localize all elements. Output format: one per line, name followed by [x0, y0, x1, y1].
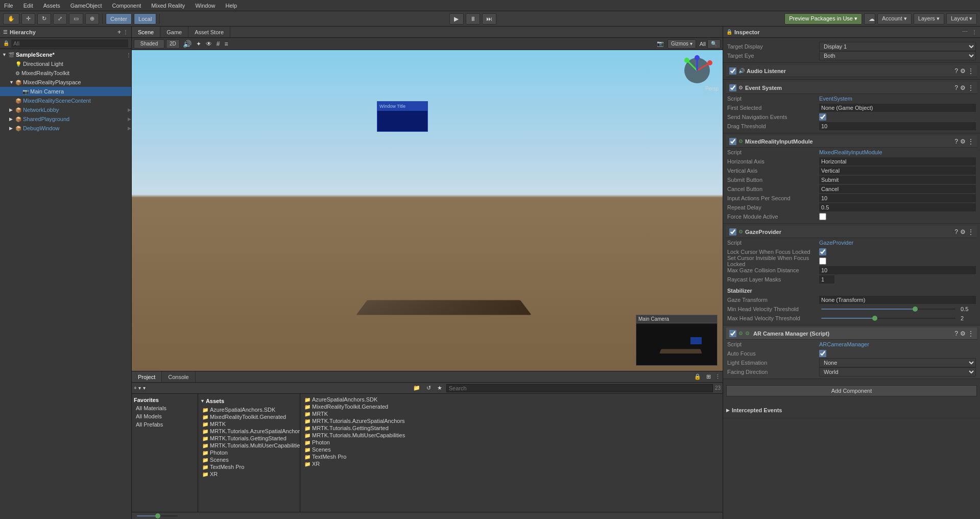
mrtk-input-actions-value[interactable]: [819, 194, 976, 202]
tab-game[interactable]: Game: [160, 27, 188, 37]
bottom-search-input[interactable]: [446, 384, 713, 392]
menu-assets[interactable]: Assets: [41, 2, 62, 10]
gaze-provider-more[interactable]: ⋮: [968, 228, 974, 235]
asset-file-item[interactable]: 📁XR: [302, 460, 721, 467]
mrtk-input-module-help[interactable]: ?: [954, 138, 958, 145]
ar-script-value[interactable]: ARCameraManager: [819, 341, 869, 347]
min-head-slider[interactable]: [821, 309, 955, 310]
ar-light-estimation-dropdown[interactable]: None: [819, 358, 976, 367]
max-head-slider-thumb[interactable]: [872, 316, 877, 321]
mrtk-cancel-btn-value[interactable]: [819, 185, 976, 193]
mrtk-input-module-settings[interactable]: ⚙: [960, 138, 966, 145]
hierarchy-item-mrtk[interactable]: ⚙ MixedRealityToolkit: [0, 68, 131, 78]
fav-item-materials[interactable]: All Materials: [134, 404, 196, 412]
zoom-slider[interactable]: [137, 515, 178, 516]
hierarchy-item-scene-content[interactable]: 📦 MixedRealitySceneContent: [0, 96, 131, 105]
asset-tree-item[interactable]: 📁Scenes: [200, 456, 298, 463]
inspector-lock-icon[interactable]: 🔒: [726, 29, 732, 35]
asset-tree-item[interactable]: 📁TextMesh Pro: [200, 463, 298, 470]
grid-icon[interactable]: #: [215, 40, 222, 48]
hierarchy-item-shared-playground[interactable]: ▶ 📦 SharedPlayground ▶: [0, 114, 131, 124]
shading-dropdown[interactable]: Shaded: [134, 39, 164, 49]
pivot-local-btn[interactable]: Local: [134, 13, 156, 25]
asset-file-item[interactable]: 📁Scenes: [302, 446, 721, 453]
layout-btn[interactable]: Layout ▾: [946, 13, 977, 25]
hierarchy-item-debug-window[interactable]: ▶ 📦 DebugWindow ▶: [0, 124, 131, 133]
bottom-filter-icon[interactable]: ▾: [143, 385, 146, 391]
asset-file-item[interactable]: 📁MRTK.Tutorials.GettingStarted: [302, 424, 721, 432]
pause-button[interactable]: ⏸: [466, 13, 480, 25]
tab-scene[interactable]: Scene: [132, 27, 160, 37]
ar-camera-manager-help[interactable]: ?: [954, 330, 958, 337]
fx-icon[interactable]: ✦: [195, 40, 203, 48]
max-head-slider[interactable]: [821, 318, 955, 319]
assets-tree-toggle[interactable]: ▼: [200, 398, 205, 404]
pivot-center-btn[interactable]: Center: [106, 13, 132, 25]
audio-listener-help[interactable]: ?: [954, 67, 958, 75]
gaze-script-value[interactable]: GazeProvider: [819, 240, 853, 246]
event-system-send-nav-checkbox[interactable]: [819, 113, 826, 121]
asset-tree-item[interactable]: 📁MRTK.Tutorials.GettingStarted: [200, 435, 298, 442]
gaze-lock-cursor-checkbox[interactable]: [819, 248, 826, 255]
ar-camera-manager-more[interactable]: ⋮: [968, 330, 974, 337]
mrtk-force-module-checkbox[interactable]: [819, 213, 826, 220]
bottom-panel-lock[interactable]: 🔒: [691, 373, 704, 380]
ar-facing-direction-dropdown[interactable]: World: [819, 367, 976, 376]
gizmos-dropdown[interactable]: Gizmos ▾: [667, 39, 696, 49]
intercepted-events-header[interactable]: ▶ Intercepted Events: [726, 405, 977, 416]
step-button[interactable]: ⏭: [482, 13, 496, 25]
asset-file-item[interactable]: 📁MixedRealityToolkit.Generated: [302, 403, 721, 410]
hierarchy-item-main-camera[interactable]: 📷 Main Camera: [0, 87, 131, 96]
fav-item-models[interactable]: All Models: [134, 412, 196, 420]
layers-btn[interactable]: Layers ▾: [914, 13, 944, 25]
event-system-drag-threshold-value[interactable]: [819, 122, 976, 130]
preview-packages-btn[interactable]: Preview Packages in Use ▾: [784, 13, 862, 25]
inspector-menu-icon[interactable]: ⋮: [972, 29, 977, 35]
tool-scale[interactable]: ⤢: [53, 13, 67, 25]
asset-tree-item[interactable]: 📁AzureSpatialAnchors.SDK: [200, 406, 298, 413]
ar-camera-manager-enabled[interactable]: [729, 330, 736, 337]
gaze-transform-value[interactable]: [819, 296, 976, 304]
mrtk-submit-btn-value[interactable]: [819, 176, 976, 184]
gaze-raycast-value[interactable]: [819, 275, 834, 284]
mrtk-input-module-enabled[interactable]: [729, 138, 736, 145]
bottom-folder-icon[interactable]: 📁: [411, 385, 422, 391]
audio-icon[interactable]: 🔊: [181, 40, 193, 48]
asset-file-item[interactable]: 📁AzureSpatialAnchors.SDK: [302, 396, 721, 403]
audio-listener-settings[interactable]: ⚙: [960, 67, 966, 75]
view-2d-btn[interactable]: 2D: [166, 39, 180, 49]
event-system-script-value[interactable]: EventSystem: [819, 96, 852, 102]
menu-file[interactable]: File: [2, 2, 15, 10]
bottom-panel-maximize[interactable]: ⊞: [704, 373, 713, 380]
menu-help[interactable]: Help: [224, 2, 240, 10]
tool-rect[interactable]: ▭: [69, 13, 83, 25]
bottom-refresh-icon[interactable]: ↺: [424, 385, 433, 391]
add-component-button[interactable]: Add Component: [726, 385, 977, 396]
tab-asset-store[interactable]: Asset Store: [188, 27, 230, 37]
asset-tree-item[interactable]: 📁XR: [200, 470, 298, 478]
bottom-panel-menu[interactable]: ⋮: [713, 373, 723, 380]
viewport-search-btn[interactable]: 🔍: [707, 39, 721, 49]
tool-move[interactable]: ✛: [21, 13, 35, 25]
hierarchy-item-playspace[interactable]: ▼ 📦 MixedRealityPlayspace: [0, 78, 131, 87]
audio-listener-more[interactable]: ⋮: [968, 67, 974, 75]
hierarchy-item-network-lobby[interactable]: ▶ 📦 NetworkLobby ▶: [0, 105, 131, 114]
asset-tree-item[interactable]: 📁MRTK.Tutorials.MultiUserCapabilities: [200, 442, 298, 449]
hierarchy-scene-menu[interactable]: ⋮: [126, 52, 131, 58]
target-eye-dropdown[interactable]: Both: [819, 51, 976, 60]
mrtk-v-axis-value[interactable]: [819, 167, 976, 175]
target-display-dropdown[interactable]: Display 1: [819, 42, 976, 51]
stats-icon[interactable]: ≡: [223, 40, 229, 48]
gaze-set-cursor-checkbox[interactable]: [819, 257, 826, 265]
zoom-slider-thumb[interactable]: [155, 513, 160, 518]
event-system-settings[interactable]: ⚙: [960, 84, 966, 91]
mrtk-h-axis-value[interactable]: [819, 157, 976, 166]
min-head-slider-thumb[interactable]: [913, 306, 918, 312]
event-system-help[interactable]: ?: [954, 84, 958, 91]
asset-tree-item[interactable]: 📁MixedRealityToolkit.Generated: [200, 413, 298, 420]
hierarchy-menu-icon[interactable]: ☰: [3, 29, 8, 35]
event-system-enabled[interactable]: [729, 84, 736, 91]
scene-view-icon[interactable]: 👁: [204, 40, 213, 48]
mrtk-input-module-more[interactable]: ⋮: [968, 138, 974, 145]
asset-tree-item[interactable]: 📁MRTK: [200, 420, 298, 428]
